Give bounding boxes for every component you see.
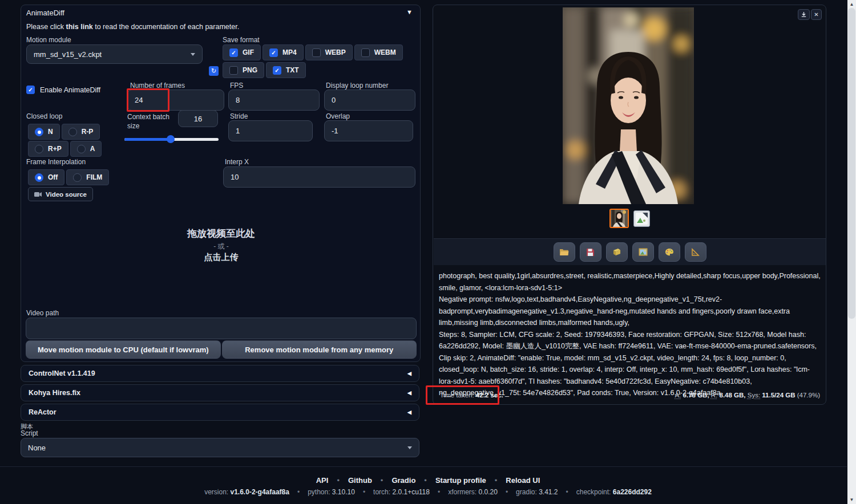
move-motion-module-cpu-button[interactable]: Move motion module to CPU (default if lo…	[26, 340, 221, 359]
radio-icon	[77, 145, 86, 153]
context-batch-size-number-input[interactable]: 16	[178, 110, 218, 127]
remove-motion-module-button[interactable]: Remove motion module from any memory	[222, 340, 417, 359]
radio-closed-loop-rp[interactable]: R-P	[62, 124, 100, 140]
scroll-down-icon[interactable]: ▼	[847, 497, 856, 502]
generated-image[interactable]	[563, 7, 694, 204]
scroll-up-icon[interactable]: ▲	[847, 2, 856, 7]
radio-interp-off[interactable]: Off	[28, 169, 64, 185]
interp-x-label: Interp X	[225, 158, 249, 166]
number-of-frames-input[interactable]: 24	[127, 90, 224, 111]
open-folder-button[interactable]	[554, 242, 575, 262]
send-to-img2img-button[interactable]	[632, 242, 654, 262]
generation-params-text: Steps: 8, Sampler: LCM, CFG scale: 2, Se…	[439, 329, 823, 399]
checkbox-mp4[interactable]: MP4	[263, 44, 304, 60]
animatediff-title: AnimateDiff	[26, 9, 64, 17]
dropzone-line3: 点击上传	[26, 252, 417, 263]
footer-links: API • Github • Gradio • Startup profile …	[0, 476, 856, 485]
chevron-left-icon: ◀	[407, 390, 411, 396]
radio-selected-icon	[35, 128, 43, 136]
checkbox-unchecked-icon	[312, 48, 321, 57]
tab-video-source[interactable]: Video source	[28, 187, 93, 201]
refresh-motion-modules-icon[interactable]: ↻	[209, 66, 219, 76]
checkbox-gif[interactable]: GIF	[223, 44, 261, 60]
overlap-label: Overlap	[326, 112, 350, 120]
close-icon: ✕	[814, 11, 818, 18]
accordion-reactor[interactable]: ReActor ◀	[21, 404, 419, 421]
save-format-group-row2: PNG TXT	[223, 62, 306, 78]
script-dropdown[interactable]: None	[21, 438, 419, 457]
page-scrollbar[interactable]: ▲ ▼	[847, 0, 856, 504]
download-image-button[interactable]	[798, 9, 810, 20]
checkbox-webm[interactable]: WEBM	[354, 44, 403, 60]
checkbox-png[interactable]: PNG	[223, 62, 264, 78]
video-upload-dropzone[interactable]: 拖放视频至此处 - 或 - 点击上传	[26, 203, 417, 304]
checkbox-webp[interactable]: WEBP	[305, 44, 353, 60]
send-to-extras-button[interactable]	[685, 242, 706, 262]
collapse-accordion-icon[interactable]: ▼	[406, 9, 413, 15]
link-startup-profile[interactable]: Startup profile	[435, 476, 486, 485]
motion-module-dropdown[interactable]: mm_sd_v15_v2.ckpt	[26, 44, 203, 64]
checkbox-checked-icon	[269, 48, 278, 57]
link-github[interactable]: Github	[348, 476, 372, 485]
broken-image-icon	[635, 212, 648, 225]
download-icon	[801, 11, 807, 18]
context-batch-size-slider[interactable]	[124, 135, 219, 143]
save-floppy-icon	[586, 248, 595, 257]
radio-closed-loop-n[interactable]: N	[28, 124, 60, 140]
generation-info: photograph, best quality,1girl,absurdres…	[439, 270, 823, 399]
checkbox-checked-icon	[229, 48, 238, 57]
display-loop-number-input[interactable]: 0	[324, 90, 415, 111]
radio-closed-loop-rpp[interactable]: R+P	[28, 141, 68, 157]
overlap-input[interactable]: -1	[324, 120, 413, 141]
gallery-thumbnail-2[interactable]	[633, 210, 650, 227]
slider-thumb[interactable]	[167, 135, 175, 143]
interp-x-input[interactable]: 10	[223, 166, 415, 188]
save-format-group: GIF MP4 WEBP WEBM	[223, 44, 403, 60]
dropzone-line1: 拖放视频至此处	[26, 227, 417, 240]
radio-interp-film[interactable]: FILM	[66, 169, 109, 185]
thumbnail-portrait-image	[611, 210, 628, 227]
animatediff-panel: AnimateDiff ▼ Please click this link to …	[21, 5, 421, 362]
fps-input[interactable]: 8	[228, 90, 320, 111]
chevron-left-icon: ◀	[407, 371, 411, 376]
stride-label: Stride	[230, 112, 248, 120]
negative-prompt-text: Negative prompt: nsfw,logo,text,badhandv…	[439, 294, 823, 329]
enable-animatediff-checkbox[interactable]: Enable AnimateDiff	[26, 86, 100, 94]
close-image-button[interactable]: ✕	[811, 9, 822, 20]
checkbox-checked-icon	[273, 66, 281, 75]
chevron-down-icon	[407, 446, 412, 449]
video-camera-icon	[34, 192, 42, 197]
footer-divider	[0, 466, 847, 467]
checkbox-unchecked-icon	[229, 66, 238, 75]
memory-stats: A: 6.78 GB, R: 8.48 GB, Sys: 11.5/24 GB …	[675, 392, 821, 399]
dropzone-line2: - 或 -	[26, 242, 417, 251]
output-panel: ✕	[433, 5, 826, 405]
accordion-controlnet[interactable]: ControlNet v1.1.419 ◀	[21, 365, 419, 382]
save-image-button[interactable]	[580, 242, 601, 262]
gallery-thumbnail-1-selected[interactable]	[609, 209, 629, 228]
radio-closed-loop-a[interactable]: A	[70, 141, 102, 157]
frame-interpolation-group: Off FILM	[28, 169, 109, 185]
checkbox-unchecked-icon	[361, 48, 370, 57]
doc-link[interactable]: this link	[66, 23, 92, 31]
closed-loop-group-row2: R+P A	[28, 141, 102, 157]
save-format-label: Save format	[223, 36, 260, 44]
framed-picture-icon	[639, 248, 648, 256]
checkbox-txt[interactable]: TXT	[266, 62, 306, 78]
footer-version-line: version: v1.6.0-2-g4afaaf8a • python: 3.…	[0, 488, 856, 496]
checkbox-checked-icon	[26, 86, 35, 94]
video-path-input[interactable]	[26, 318, 417, 339]
script-label: Script	[21, 429, 38, 437]
number-of-frames-label: Number of frames	[130, 82, 185, 90]
scrollbar-thumb[interactable]	[848, 8, 855, 319]
link-api[interactable]: API	[316, 476, 329, 485]
link-gradio[interactable]: Gradio	[391, 476, 415, 485]
accordion-kohya-hiresfix[interactable]: Kohya Hires.fix ◀	[21, 384, 419, 401]
link-reload-ui[interactable]: Reload UI	[506, 476, 540, 485]
palette-icon	[665, 248, 674, 256]
stride-input[interactable]: 1	[228, 120, 313, 141]
closed-loop-label: Closed loop	[26, 112, 62, 120]
save-zip-button[interactable]	[606, 242, 628, 262]
time-taken-value: 42.2 sec.	[476, 392, 503, 399]
send-to-inpaint-button[interactable]	[659, 242, 680, 262]
